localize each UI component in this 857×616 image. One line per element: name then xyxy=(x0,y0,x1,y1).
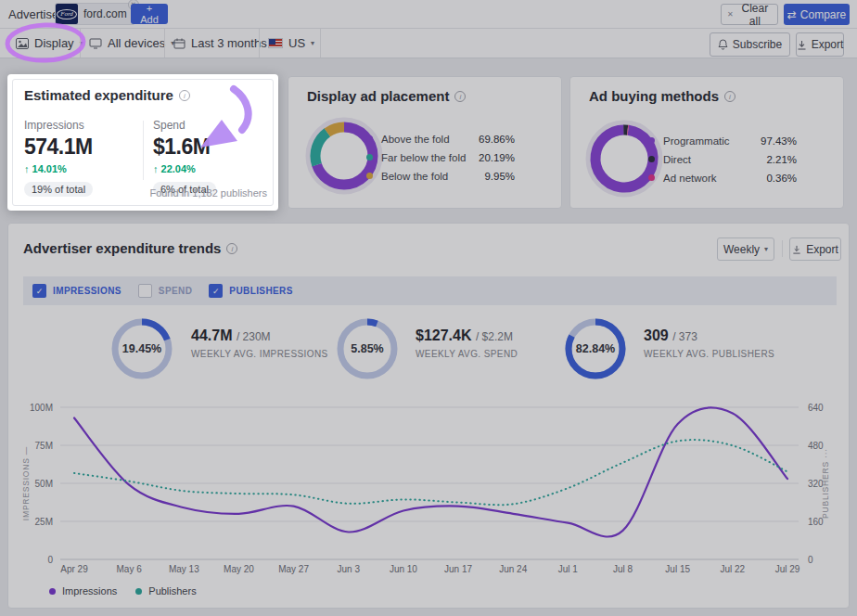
monitor-icon xyxy=(89,38,102,49)
advertiser-chip[interactable]: Ford ford.com ✕ xyxy=(55,3,135,25)
info-icon[interactable]: i xyxy=(724,91,735,102)
country-filter-dropdown[interactable]: US ▾ xyxy=(268,29,314,58)
svg-text:Jul 15: Jul 15 xyxy=(665,564,690,574)
export-button[interactable]: Export xyxy=(796,32,844,57)
spend-change: ↑ 22.04% xyxy=(153,163,216,174)
add-advertiser-button[interactable]: + Add xyxy=(131,4,168,24)
trends-export-button[interactable]: Export xyxy=(789,237,841,261)
legend-item[interactable]: Far below the fold 20.19% xyxy=(366,151,515,163)
header-divider xyxy=(782,240,783,257)
impressions-metric: Impressions 574.1M ↑ 14.01% 19% of total xyxy=(24,119,93,197)
card-title: Ad buying methods i xyxy=(589,88,735,104)
ad-placement-card: Display ad placement i Above the fold 69… xyxy=(288,76,562,209)
publishers-found-note: Found in 1,182 publishers xyxy=(149,187,267,199)
spend-gauge: 5.85% xyxy=(335,316,400,381)
advertiser-name: ford.com xyxy=(83,7,127,20)
svg-text:Jul 1: Jul 1 xyxy=(558,564,579,574)
info-icon[interactable]: i xyxy=(454,91,466,102)
legend-dot xyxy=(648,174,655,181)
column-divider xyxy=(143,121,144,180)
impressions-change: ↑ 14.01% xyxy=(24,163,93,174)
svg-text:50M: 50M xyxy=(35,479,53,489)
ad-buying-methods-card: Ad buying methods i Programmatic 97.43% … xyxy=(569,76,844,209)
expenditure-trends-card: Advertiser expenditure trends i Weekly ▾… xyxy=(7,223,850,609)
legend-dot xyxy=(49,588,56,595)
svg-text:0: 0 xyxy=(808,555,813,565)
svg-text:75M: 75M xyxy=(35,441,53,451)
svg-text:25M: 25M xyxy=(35,517,53,527)
legend-item[interactable]: Above the fold 69.86% xyxy=(366,133,515,145)
checkbox-icon[interactable]: ✓ xyxy=(32,284,46,298)
spend-metric: Spend $1.6M ↑ 22.04% 6% of total xyxy=(153,119,216,197)
legend-dot xyxy=(366,135,373,142)
us-flag-icon xyxy=(268,38,283,48)
svg-text:0: 0 xyxy=(47,555,53,565)
impressions-value: 574.1M xyxy=(24,135,93,160)
devices-filter-dropdown[interactable]: All devices ▾ xyxy=(89,29,174,58)
impressions-gauge: 19.45% xyxy=(109,316,174,381)
svg-text:Jul 29: Jul 29 xyxy=(775,564,800,574)
checkbox-icon[interactable]: ✓ xyxy=(209,284,223,298)
legend-dot xyxy=(648,156,655,162)
svg-text:Jun 17: Jun 17 xyxy=(444,564,472,574)
adclarity-dashboard: Advertiser: Ford ford.com ✕ + Add ✕ Clea… xyxy=(0,0,857,616)
legend-item[interactable]: Programmatic 97.43% xyxy=(648,135,797,147)
toolbar-divider xyxy=(259,29,260,58)
spend-label: Spend xyxy=(153,119,216,132)
chevron-down-icon: ▾ xyxy=(764,245,768,253)
bell-icon xyxy=(718,39,728,50)
svg-text:Jun 3: Jun 3 xyxy=(338,564,361,574)
spend-gauge-text: $127.4K / $2.2M WEEKLY AVG. SPEND xyxy=(416,327,518,359)
interval-dropdown[interactable]: Weekly ▾ xyxy=(717,237,774,261)
legend-publishers[interactable]: Publishers xyxy=(135,585,196,597)
top-bar: Advertiser: Ford ford.com ✕ + Add ✕ Clea… xyxy=(0,0,857,28)
svg-text:IMPRESSIONS —: IMPRESSIONS — xyxy=(21,446,31,520)
svg-text:May 13: May 13 xyxy=(169,564,199,574)
ford-logo-icon: Ford xyxy=(56,4,78,24)
info-icon[interactable]: i xyxy=(179,90,190,101)
date-range-dropdown[interactable]: Last 3 months ▾ xyxy=(173,29,276,58)
legend-item[interactable]: Below the fold 9.95% xyxy=(366,170,515,182)
svg-text:Apr 29: Apr 29 xyxy=(60,564,88,574)
toolbar-divider xyxy=(320,29,321,58)
legend-impressions[interactable]: Impressions xyxy=(49,585,117,597)
svg-text:Jul 22: Jul 22 xyxy=(721,564,746,574)
legend-dot xyxy=(648,137,655,144)
checkbox-icon[interactable]: ✓ xyxy=(138,284,152,298)
calendar-icon xyxy=(173,38,185,49)
display-filter-dropdown[interactable]: Display ▾ xyxy=(16,29,83,58)
impressions-gauge-text: 44.7M / 230M WEEKLY AVG. IMPRESSIONS xyxy=(191,327,328,359)
series-toggle-bar: ✓ IMPRESSIONS ✓ SPEND ✓ PUBLISHERS xyxy=(23,276,837,305)
up-arrow-icon: ↑ xyxy=(153,163,159,174)
up-arrow-icon: ↑ xyxy=(24,163,30,174)
publishers-gauge-text: 309 / 373 WEEKLY AVG. PUBLISHERS xyxy=(644,327,774,359)
card-title: Display ad placement i xyxy=(307,88,466,104)
trend-line-chart[interactable]: 100M64075M48050M32025M16000Apr 29May 6Ma… xyxy=(8,393,851,579)
impressions-share-badge: 19% of total xyxy=(24,182,93,197)
card-title: Estimated expenditure i xyxy=(24,87,190,103)
legend-item[interactable]: Ad network 0.36% xyxy=(648,172,797,184)
clear-all-button[interactable]: ✕ Clear all xyxy=(721,4,778,25)
placement-legend: Above the fold 69.86% Far below the fold… xyxy=(366,133,515,182)
svg-text:Jun 10: Jun 10 xyxy=(390,564,417,574)
estimated-expenditure-card: Estimated expenditure i Impressions 574.… xyxy=(7,74,278,211)
legend-dot xyxy=(366,173,373,179)
download-icon xyxy=(792,245,801,254)
subscribe-button[interactable]: Subscribe xyxy=(710,32,790,57)
toolbar-divider xyxy=(80,29,81,58)
svg-text:Jun 24: Jun 24 xyxy=(499,564,527,574)
svg-text:640: 640 xyxy=(808,403,824,413)
compare-button[interactable]: ⇄ Compare xyxy=(784,4,850,25)
close-icon: ✕ xyxy=(727,10,734,19)
svg-text:May 20: May 20 xyxy=(224,564,254,574)
publishers-checkbox[interactable]: ✓ PUBLISHERS xyxy=(209,284,292,298)
chart-legend: Impressions Publishers xyxy=(49,585,197,597)
impressions-checkbox[interactable]: ✓ IMPRESSIONS xyxy=(32,284,122,298)
filter-toolbar: Display ▾ All devices ▾ Last 3 months ▾ … xyxy=(0,28,857,58)
spend-value: $1.6M xyxy=(153,135,216,160)
download-icon xyxy=(797,40,807,50)
info-icon[interactable]: i xyxy=(226,243,237,254)
legend-item[interactable]: Direct 2.21% xyxy=(648,153,797,165)
buying-methods-legend: Programmatic 97.43% Direct 2.21% Ad netw… xyxy=(648,135,797,184)
spend-checkbox[interactable]: ✓ SPEND xyxy=(138,284,192,298)
